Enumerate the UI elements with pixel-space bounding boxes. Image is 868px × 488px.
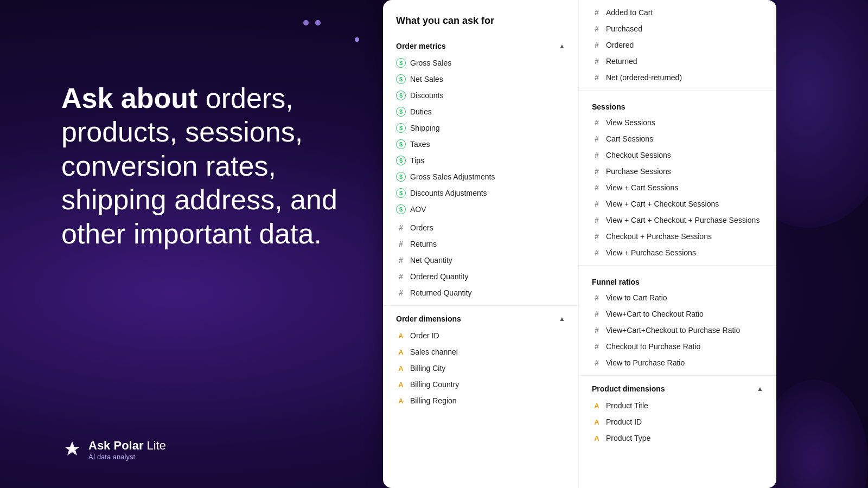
metric-item[interactable]: # View + Cart + Checkout Sessions (579, 196, 776, 212)
divider-2 (579, 90, 776, 91)
metric-item[interactable]: # Cart Sessions (579, 131, 776, 147)
metric-item[interactable]: # View+Cart+Checkout to Purchase Ratio (579, 322, 776, 338)
hash-icon: # (592, 293, 602, 303)
metric-item[interactable]: # View + Purchase Sessions (579, 245, 776, 261)
metric-item[interactable]: # Checkout Sessions (579, 147, 776, 163)
funnel-ratios-label: Funnel ratios (592, 278, 640, 286)
dimension-item[interactable]: A Sales channel (383, 344, 578, 360)
dimension-item[interactable]: A Billing Region (383, 393, 578, 409)
metric-item[interactable]: $ Gross Sales Adjustments (383, 169, 578, 185)
metric-label: AOV (410, 205, 426, 214)
metric-item[interactable]: # Purchase Sessions (579, 163, 776, 179)
hero-text: Ask about orders, products, sessions, co… (61, 81, 376, 251)
metric-label: Tips (410, 156, 424, 165)
sessions-label: Sessions (592, 102, 625, 111)
dimension-item[interactable]: A Product Type (579, 430, 776, 446)
metric-item[interactable]: # Returned (579, 53, 776, 69)
metric-item[interactable]: # View+Cart to Checkout Ratio (579, 306, 776, 322)
hero-section: Ask about orders, products, sessions, co… (61, 81, 376, 251)
hash-icon: # (592, 199, 602, 209)
metric-label: Discounts (410, 91, 443, 100)
hash-icon: # (592, 166, 602, 176)
hash-icon: # (592, 73, 602, 82)
metric-label: View + Purchase Sessions (606, 248, 696, 257)
metric-item[interactable]: $ Net Sales (383, 71, 578, 87)
right-panel[interactable]: # Added to Cart # Purchased # Ordered # … (578, 0, 776, 488)
dimension-item[interactable]: A Billing City (383, 360, 578, 376)
metric-label: View + Cart + Checkout + Purchase Sessio… (606, 216, 760, 224)
left-panel[interactable]: What you can ask for Order metrics ▲ $ G… (383, 0, 578, 488)
dimension-label: Billing City (410, 364, 445, 373)
metric-item[interactable]: $ Duties (383, 104, 578, 120)
hash-icon: # (592, 150, 602, 160)
hash-icon: # (396, 255, 406, 265)
metric-item[interactable]: # View to Purchase Ratio (579, 355, 776, 371)
hash-icon: # (396, 239, 406, 249)
metric-item[interactable]: $ Taxes (383, 136, 578, 152)
dollar-icon: $ (396, 188, 406, 198)
hash-icon: # (592, 40, 602, 50)
hash-icon: # (592, 248, 602, 258)
metric-item[interactable]: $ Tips (383, 152, 578, 169)
a-icon: A (396, 363, 406, 373)
metric-label: Discounts Adjustments (410, 189, 487, 197)
order-metrics-header[interactable]: Order metrics ▲ (383, 37, 578, 55)
logo-title: Ask Polar Lite (88, 439, 166, 453)
metric-label: Returns (410, 240, 437, 248)
dimension-item[interactable]: A Product ID (579, 414, 776, 430)
product-dimensions-header[interactable]: Product dimensions ▲ (579, 380, 776, 397)
metric-item[interactable]: # Net (ordered-returned) (579, 69, 776, 86)
metric-item[interactable]: # View + Cart Sessions (579, 179, 776, 196)
panel-title: What you can ask for (383, 15, 578, 37)
metric-item[interactable]: # Net Quantity (383, 252, 578, 268)
hash-icon: # (592, 342, 602, 351)
metric-item[interactable]: $ Discounts (383, 87, 578, 104)
hash-icon: # (396, 223, 406, 233)
a-icon: A (396, 347, 406, 357)
metric-item[interactable]: $ AOV (383, 201, 578, 217)
hash-icon: # (592, 215, 602, 225)
metric-item[interactable]: $ Shipping (383, 120, 578, 136)
metric-item[interactable]: # Ordered Quantity (383, 268, 578, 285)
dollar-icon: $ (396, 172, 406, 182)
metric-label: Ordered (606, 41, 634, 49)
metric-item[interactable]: # Returned Quantity (383, 285, 578, 301)
metric-item[interactable]: $ Gross Sales (383, 55, 578, 71)
metric-label: Net (ordered-returned) (606, 73, 682, 82)
metric-item[interactable]: $ Discounts Adjustments (383, 185, 578, 201)
dimension-label: Billing Region (410, 396, 457, 405)
metric-label: Net Sales (410, 75, 443, 84)
dot-2 (315, 20, 321, 25)
logo-subtitle: AI data analyst (88, 453, 166, 461)
chevron-up-icon: ▲ (559, 42, 565, 50)
metric-item[interactable]: # Orders (383, 220, 578, 236)
metric-label: Gross Sales Adjustments (410, 172, 495, 181)
metric-label: View Sessions (606, 118, 655, 127)
dimension-item[interactable]: A Order ID (383, 328, 578, 344)
dimension-item[interactable]: A Billing Country (383, 376, 578, 393)
metric-item[interactable]: # View Sessions (579, 114, 776, 131)
metric-item[interactable]: # Checkout + Purchase Sessions (579, 228, 776, 245)
metric-item[interactable]: # Ordered (579, 37, 776, 53)
dollar-icon: $ (396, 139, 406, 149)
logo-name-light: Lite (144, 439, 167, 452)
chevron-up-icon-3: ▲ (757, 385, 763, 393)
metric-item[interactable]: # View to Cart Ratio (579, 290, 776, 306)
order-metrics-label: Order metrics (396, 42, 446, 50)
dimension-label: Order ID (410, 331, 439, 340)
hash-icon: # (592, 134, 602, 144)
hero-text-bold: Ask about (61, 82, 197, 114)
metric-item[interactable]: # Checkout to Purchase Ratio (579, 338, 776, 355)
metric-item[interactable]: # View + Cart + Checkout + Purchase Sess… (579, 212, 776, 228)
dimension-item[interactable]: A Product Title (579, 397, 776, 414)
metric-label: Duties (410, 107, 432, 116)
metric-label: View to Purchase Ratio (606, 358, 685, 367)
metric-label: Cart Sessions (606, 134, 653, 143)
funnel-ratios-section-header: Funnel ratios (579, 270, 776, 290)
metric-label: Net Quantity (410, 256, 452, 265)
metric-item[interactable]: # Purchased (579, 21, 776, 37)
metric-item[interactable]: # Returns (383, 236, 578, 252)
metric-item[interactable]: # Added to Cart (579, 4, 776, 21)
metric-label: View + Cart + Checkout Sessions (606, 200, 719, 208)
order-dimensions-header[interactable]: Order dimensions ▲ (383, 310, 578, 328)
